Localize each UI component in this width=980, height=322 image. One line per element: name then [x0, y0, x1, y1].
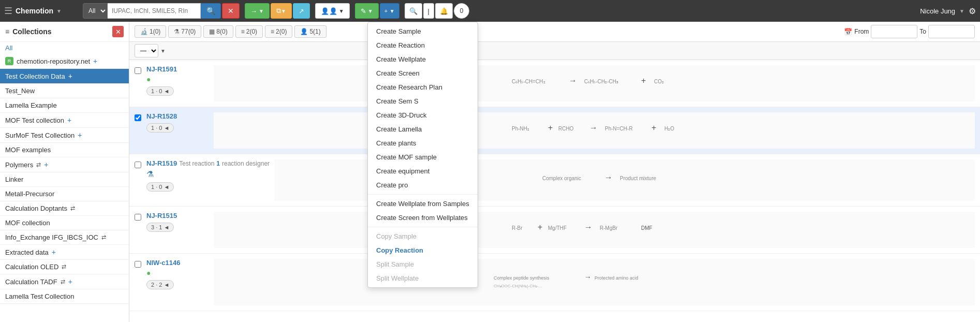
- copy-button[interactable]: ⧉▼: [271, 3, 292, 19]
- sidebar-item-mof-collection[interactable]: MOF collection: [0, 216, 129, 230]
- sidebar-item-metall-precursor[interactable]: Metall-Precursor: [0, 187, 129, 201]
- sidebar-item-lamella-test-collection[interactable]: Lamella Test Collection: [0, 289, 129, 304]
- tab-others[interactable]: 👤 5(1): [294, 25, 326, 38]
- reaction-id-1515[interactable]: NJ-R1515: [146, 212, 209, 219]
- from-date-input[interactable]: [871, 25, 917, 38]
- sidebar-item-mof-examples[interactable]: MOF examples: [0, 143, 129, 157]
- create-equipment-item[interactable]: Create equipment: [368, 164, 478, 178]
- create-3d-druck-item[interactable]: Create 3D-Druck: [368, 108, 478, 122]
- hamburger-icon[interactable]: ☰: [4, 5, 12, 17]
- sidebar-item-label-test-collection-data: Test Collection Data: [5, 72, 65, 80]
- bulk-action-select[interactable]: —: [135, 44, 158, 57]
- reaction-id-1591[interactable]: NJ-R1591: [146, 65, 209, 73]
- reaction-checkbox-c1146[interactable]: [135, 261, 141, 268]
- user-menu[interactable]: Nicole Jung: [920, 7, 955, 15]
- create-screen-from-wellplates-item[interactable]: Create Screen from Wellplates: [368, 211, 478, 225]
- sidebar-item-label-mof-examples: MOF examples: [5, 146, 51, 154]
- reaction-id-c1146[interactable]: NIW-c1146: [146, 259, 209, 267]
- user-group-button[interactable]: 👤👤 ▼: [315, 3, 350, 19]
- reaction-checkbox-1591[interactable]: [135, 67, 141, 74]
- sidebar-item-add-calculation-tadf[interactable]: +: [68, 277, 72, 286]
- search-button[interactable]: 🔍: [201, 3, 221, 19]
- create-sample-item[interactable]: Create Sample: [368, 24, 478, 38]
- sidebar-item-polymers[interactable]: Polymers ⇄ +: [0, 157, 129, 172]
- sidebar-item-surmof-test-collection[interactable]: SurMoF Test Collection +: [0, 128, 129, 143]
- create-research-plan-item[interactable]: Create Research Plan: [368, 80, 478, 94]
- move-button[interactable]: →▼: [245, 3, 270, 19]
- sidebar-item-test-new[interactable]: Test_New: [0, 84, 129, 98]
- sidebar-item-add-extracted-data[interactable]: +: [52, 248, 56, 256]
- create-wellplate-from-samples-item[interactable]: Create Wellplate from Samples: [368, 197, 478, 211]
- screen-icon: ≡: [241, 28, 245, 35]
- sidebar-item-add-surmof-test-collection[interactable]: +: [78, 131, 82, 139]
- sidebar-item-add-mof-test-collection[interactable]: +: [67, 116, 71, 124]
- create-lamella-item[interactable]: Create Lamella: [368, 122, 478, 136]
- dropdown-divider-2: [368, 227, 478, 227]
- create-sem-s-item[interactable]: Create Sem S: [368, 94, 478, 108]
- sidebar-item-add-test-collection-data[interactable]: +: [68, 72, 72, 80]
- sidebar-item-info-exchange[interactable]: Info_Exchange IFG_IBCS_IOC ⇄: [0, 230, 129, 245]
- badge-button[interactable]: 0: [454, 3, 469, 19]
- sidebar-item-calculation-doptants[interactable]: Calculation Doptants ⇄: [0, 201, 129, 216]
- sidebar-item-calculation-tadf[interactable]: Calculation TADF ⇄ +: [0, 274, 129, 289]
- create-pro-item[interactable]: Create pro: [368, 178, 478, 192]
- create-plants-item[interactable]: Create plants: [368, 136, 478, 150]
- dropdown-arrow-icon[interactable]: ▼: [160, 48, 166, 54]
- sidebar-item-lamella-example[interactable]: Lamella Example: [0, 98, 129, 113]
- sidebar-item-share-info-exchange[interactable]: ⇄: [101, 234, 106, 241]
- brand-text[interactable]: Chemotion: [16, 7, 53, 15]
- copy-reaction-item[interactable]: Copy Reaction: [368, 243, 478, 257]
- sidebar-item-extracted-data[interactable]: Extracted data +: [0, 245, 129, 260]
- create-dropdown-button[interactable]: + ▼: [380, 3, 399, 19]
- repo-add-icon[interactable]: +: [93, 57, 97, 65]
- clear-search-button[interactable]: ✕: [222, 3, 240, 19]
- sidebar-item-share-calculation-doptants[interactable]: ⇄: [70, 205, 75, 212]
- sidebar-item-mof-test-collection[interactable]: MOF Test collection +: [0, 113, 129, 128]
- reaction-row-1519: NJ-R1519 Test reaction 1 reaction design…: [129, 154, 980, 207]
- reaction-checkbox-1519[interactable]: [135, 162, 141, 168]
- reaction-badges-1515: 3 · 1 ◄: [146, 223, 209, 232]
- wellplate-icon: ▦: [209, 28, 215, 35]
- tab-reactions[interactable]: ⚗ 77(0): [168, 25, 201, 38]
- to-date-input[interactable]: [928, 25, 975, 38]
- sidebar-item-label-metall-precursor: Metall-Precursor: [5, 190, 54, 198]
- sidebar-item-calculation-oled[interactable]: Calculation OLED ⇄: [0, 260, 129, 274]
- reaction-checkbox-1528[interactable]: [135, 114, 141, 121]
- create-screen-item[interactable]: Create Screen: [368, 66, 478, 80]
- reaction-info-1519: NJ-R1519 Test reaction 1 reaction design…: [146, 159, 270, 192]
- content-area: 🔬 1(0) ⚗ 77(0) ▦ 8(0) ≡ 2(0) ≡ 2(0) 👤 5(: [129, 22, 980, 322]
- sidebar-item-linker[interactable]: Linker: [0, 172, 129, 187]
- reaction-id-1519[interactable]: NJ-R1519: [146, 159, 177, 167]
- user-caret-icon[interactable]: ▼: [959, 8, 964, 14]
- sidebar-item-share-calculation-oled[interactable]: ⇄: [62, 264, 66, 270]
- search-input[interactable]: [108, 3, 201, 19]
- split-sample-item[interactable]: Split Sample: [368, 257, 478, 271]
- create-mof-sample-item[interactable]: Create MOF sample: [368, 150, 478, 164]
- reaction-icon: ⚗: [174, 28, 180, 35]
- sidebar-item-share-polymers[interactable]: ⇄: [36, 162, 41, 168]
- create-reaction-item[interactable]: Create Reaction: [368, 38, 478, 52]
- zoom-button[interactable]: 🔍: [405, 3, 422, 19]
- tab-research-plans[interactable]: ≡ 2(0): [265, 25, 292, 38]
- tab-samples[interactable]: 🔬 1(0): [135, 25, 166, 38]
- sidebar-item-share-calculation-tadf[interactable]: ⇄: [61, 279, 65, 285]
- create-element-button[interactable]: ✎ ▼: [355, 3, 379, 19]
- reaction-checkbox-1515[interactable]: [135, 214, 141, 221]
- tab-screens[interactable]: ≡ 2(0): [235, 25, 263, 38]
- layout-button[interactable]: |: [423, 3, 434, 19]
- sidebar-item-test-collection-data[interactable]: Test Collection Data +: [0, 69, 129, 84]
- split-wellplate-item[interactable]: Split Wellplate: [368, 271, 478, 285]
- reaction-id-1528[interactable]: NJ-R1528: [146, 112, 209, 120]
- gear-icon[interactable]: ⚙: [969, 6, 976, 16]
- brand-caret-icon[interactable]: ▼: [56, 8, 62, 14]
- search-filter-select[interactable]: All: [83, 3, 108, 19]
- sidebar-item-add-polymers[interactable]: +: [44, 160, 48, 169]
- collections-remove-button[interactable]: ✕: [112, 26, 124, 37]
- sidebar-repo-item[interactable]: R chemotion-repository.net +: [0, 54, 129, 69]
- create-wellplate-item[interactable]: Create Wellplate: [368, 52, 478, 66]
- notification-button[interactable]: 🔔: [435, 3, 453, 19]
- share-button[interactable]: ↗: [293, 3, 310, 19]
- tab-wellplates[interactable]: ▦ 8(0): [203, 25, 233, 38]
- copy-sample-item[interactable]: Copy Sample: [368, 229, 478, 243]
- sidebar-all-item[interactable]: All: [0, 42, 129, 54]
